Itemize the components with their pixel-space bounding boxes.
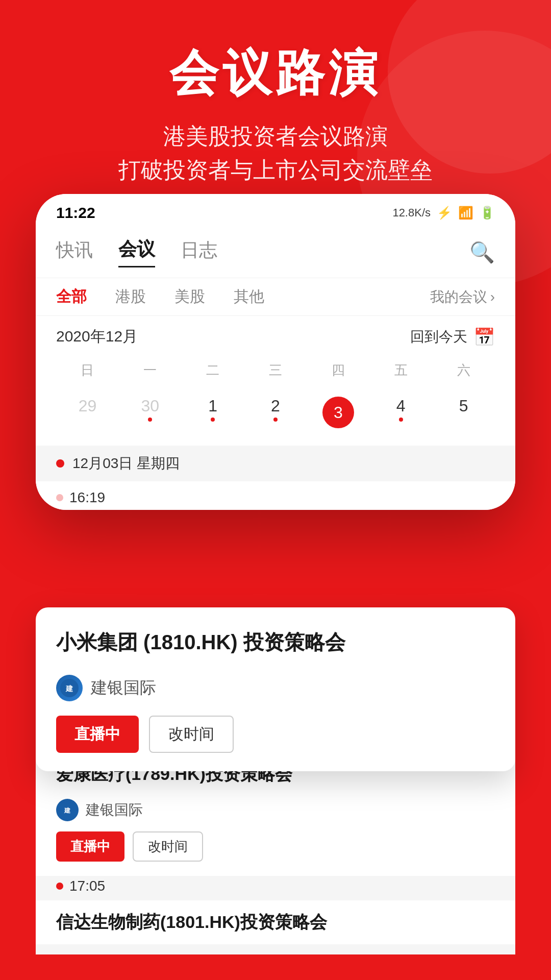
featured-event-title: 小米集团 (1810.HK) 投资策略会 bbox=[56, 628, 495, 656]
cal-day-29[interactable]: 29 bbox=[56, 389, 119, 435]
second-reschedule-button[interactable]: 改时间 bbox=[133, 831, 203, 862]
my-meeting-btn[interactable]: 我的会议 › bbox=[430, 287, 495, 307]
weekday-mon: 一 bbox=[119, 357, 182, 383]
time-slot-2: 17:05 bbox=[69, 878, 105, 894]
sub-title-line1: 港美股投资者会议路演 bbox=[20, 119, 531, 153]
second-org-logo: 建 bbox=[56, 799, 79, 821]
calendar-month: 2020年12月 bbox=[56, 326, 138, 347]
calendar-section: 2020年12月 回到今天 📅 日 一 二 三 四 五 六 29 30 1 bbox=[36, 316, 515, 446]
second-action-buttons: 直播中 改时间 bbox=[56, 831, 495, 862]
second-org-name: 建银国际 bbox=[86, 800, 143, 820]
cat-usstock[interactable]: 美股 bbox=[174, 286, 205, 307]
cal-day-1[interactable]: 1 bbox=[182, 389, 244, 435]
my-meeting-label: 我的会议 bbox=[430, 287, 487, 307]
tab-kuaixun[interactable]: 快讯 bbox=[56, 238, 93, 267]
header-section: 会议路演 港美股投资者会议路演 打破投资者与上市公司交流壁垒 bbox=[0, 0, 551, 207]
weekday-fri: 五 bbox=[369, 357, 432, 383]
time-slot-1: 16:19 bbox=[69, 489, 105, 506]
calendar-days: 29 30 1 2 3 4 5 bbox=[56, 389, 495, 435]
chevron-right-icon: › bbox=[490, 289, 495, 305]
tab-rizhi[interactable]: 日志 bbox=[181, 238, 217, 267]
reschedule-button[interactable]: 改时间 bbox=[149, 716, 234, 753]
cat-hkstock[interactable]: 港股 bbox=[115, 286, 146, 307]
weekday-sat: 六 bbox=[432, 357, 495, 383]
third-section: 17:05 信达生物制药(1801.HK)投资策略会 bbox=[36, 868, 515, 954]
weekday-wed: 三 bbox=[244, 357, 307, 383]
svg-text:建: 建 bbox=[64, 807, 71, 814]
third-event-title: 信达生物制药(1801.HK)投资策略会 bbox=[36, 900, 515, 944]
time-dot bbox=[56, 494, 63, 501]
event-dot bbox=[399, 418, 403, 422]
weekday-thu: 四 bbox=[307, 357, 369, 383]
date-label: 12月03日 星期四 bbox=[72, 454, 180, 473]
org-logo: 建 bbox=[56, 675, 83, 701]
goto-today-label: 回到今天 bbox=[410, 327, 467, 347]
org-logo-svg: 建 bbox=[59, 678, 80, 698]
second-live-button[interactable]: 直播中 bbox=[56, 831, 124, 862]
calendar-header: 2020年12月 回到今天 📅 bbox=[56, 326, 495, 347]
tab-huiyi[interactable]: 会议 bbox=[118, 237, 155, 267]
second-org-logo-svg: 建 bbox=[58, 801, 77, 819]
cal-day-30[interactable]: 30 bbox=[119, 389, 182, 435]
category-filter: 全部 港股 美股 其他 我的会议 › bbox=[36, 278, 515, 316]
cal-day-2[interactable]: 2 bbox=[244, 389, 307, 435]
time-slot-2-row: 17:05 bbox=[56, 878, 495, 894]
time-dot-2 bbox=[56, 883, 63, 890]
event-dot bbox=[211, 418, 215, 422]
second-org-row: 建 建银国际 bbox=[56, 799, 495, 821]
cat-other[interactable]: 其他 bbox=[234, 286, 264, 307]
main-title: 会议路演 bbox=[20, 41, 531, 107]
live-button[interactable]: 直播中 bbox=[56, 716, 139, 753]
calendar-icon: 📅 bbox=[473, 327, 495, 347]
date-indicator-dot bbox=[56, 459, 64, 468]
date-divider: 12月03日 星期四 bbox=[36, 446, 515, 481]
svg-text:建: 建 bbox=[65, 684, 73, 693]
featured-event-card[interactable]: 小米集团 (1810.HK) 投资策略会 建 建银国际 直播中 改时间 bbox=[36, 607, 515, 771]
weekday-sun: 日 bbox=[56, 357, 119, 383]
cal-day-5[interactable]: 5 bbox=[432, 389, 495, 435]
sub-title-line2: 打破投资者与上市公司交流壁垒 bbox=[20, 153, 531, 187]
cat-all[interactable]: 全部 bbox=[56, 286, 87, 307]
calendar-weekdays: 日 一 二 三 四 五 六 bbox=[56, 357, 495, 383]
sub-title: 港美股投资者会议路演 打破投资者与上市公司交流壁垒 bbox=[20, 119, 531, 187]
weekday-tue: 二 bbox=[182, 357, 244, 383]
featured-org-row: 建 建银国际 bbox=[56, 675, 495, 701]
event-dot bbox=[148, 418, 152, 422]
org-logo-inner: 建 bbox=[56, 675, 83, 701]
goto-today-btn[interactable]: 回到今天 📅 bbox=[410, 327, 495, 347]
event-dot bbox=[273, 418, 278, 422]
featured-org-name: 建银国际 bbox=[91, 677, 156, 699]
cal-day-3-today[interactable]: 3 bbox=[307, 389, 369, 435]
featured-action-buttons: 直播中 改时间 bbox=[56, 716, 495, 753]
cal-day-4[interactable]: 4 bbox=[369, 389, 432, 435]
